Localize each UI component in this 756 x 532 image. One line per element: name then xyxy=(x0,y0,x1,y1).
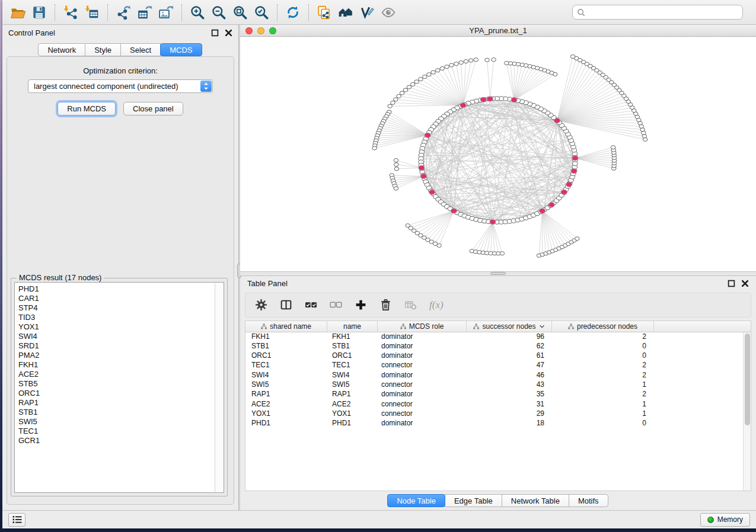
table-row[interactable]: FKH1FKH1dominator962 xyxy=(245,332,751,342)
mcds-result-item[interactable]: FKH1 xyxy=(18,360,224,370)
leaf-node[interactable] xyxy=(643,137,647,141)
leaf-node[interactable] xyxy=(394,187,398,190)
leaf-node[interactable] xyxy=(642,134,647,138)
leaf-node[interactable] xyxy=(570,55,575,58)
float-panel-icon[interactable] xyxy=(211,29,219,37)
column-header-mcds-role[interactable]: MCDS role xyxy=(378,321,467,332)
leaf-node[interactable] xyxy=(464,60,468,63)
dominator-node[interactable] xyxy=(487,97,493,101)
deselect-all-icon[interactable] xyxy=(330,299,342,311)
tab-node-table[interactable]: Node Table xyxy=(387,494,445,507)
mcds-result-item[interactable]: PHD1 xyxy=(18,284,224,294)
zoom-out-button[interactable] xyxy=(208,2,229,23)
export-network-button[interactable] xyxy=(113,2,134,23)
close-table-panel-icon[interactable] xyxy=(741,280,749,287)
dominator-node[interactable] xyxy=(571,169,577,174)
horizontal-splitter-handle[interactable] xyxy=(490,272,506,275)
dominator-node[interactable] xyxy=(451,209,457,213)
leaf-node[interactable] xyxy=(403,88,408,92)
mcds-result-list[interactable]: PHD1CAR1STP4TID3YOX1SWI4SRD1PMA2FKH1ACE2… xyxy=(14,282,224,493)
leaf-node[interactable] xyxy=(394,167,399,171)
dominator-node[interactable] xyxy=(480,97,486,102)
run-mcds-button[interactable]: Run MCDS xyxy=(58,102,116,116)
import-table-button[interactable] xyxy=(81,2,103,23)
tab-motifs[interactable]: Motifs xyxy=(569,494,608,507)
table-row[interactable]: PHD1PHD1dominator180 xyxy=(245,419,751,428)
zoom-selected-button[interactable] xyxy=(251,2,272,23)
leaf-node[interactable] xyxy=(435,69,440,72)
table-row[interactable]: YOX1YOX1connector291 xyxy=(245,409,751,419)
create-column-plus-icon[interactable] xyxy=(355,299,367,311)
mcds-result-item[interactable]: SWI4 xyxy=(18,332,224,341)
tab-edge-table[interactable]: Edge Table xyxy=(445,494,502,507)
mcds-result-item[interactable]: PMA2 xyxy=(18,351,224,360)
tab-mcds[interactable]: MCDS xyxy=(160,43,202,56)
leaf-node[interactable] xyxy=(575,237,580,241)
import-network-button[interactable] xyxy=(60,2,81,23)
table-row[interactable]: ORC1ORC1dominator610 xyxy=(245,351,751,361)
export-table-button[interactable] xyxy=(134,2,155,23)
leaf-node[interactable] xyxy=(394,163,398,166)
style-validator-button[interactable] xyxy=(356,2,378,23)
save-session-button[interactable] xyxy=(28,2,50,23)
table-scrollbar-thumb[interactable] xyxy=(745,334,750,425)
apply-layout-button[interactable] xyxy=(282,2,304,23)
show-columns-icon[interactable] xyxy=(280,299,292,311)
tab-network[interactable]: Network xyxy=(38,43,85,56)
column-header-predecessor-nodes[interactable]: predecessor nodes xyxy=(552,321,654,332)
leaf-node[interactable] xyxy=(431,70,436,74)
leaf-node[interactable] xyxy=(372,146,377,150)
delete-trash-icon[interactable] xyxy=(379,299,392,311)
dominator-node[interactable] xyxy=(572,156,578,161)
column-header-name[interactable]: name xyxy=(327,321,378,332)
leaf-node[interactable] xyxy=(394,159,398,162)
leaf-node[interactable] xyxy=(394,98,398,101)
graphics-details-button[interactable] xyxy=(378,2,399,23)
mcds-result-item[interactable]: SWI5 xyxy=(18,417,224,427)
network-graph[interactable] xyxy=(240,37,756,271)
dominator-node[interactable] xyxy=(561,190,567,194)
leaf-node[interactable] xyxy=(500,252,505,255)
mcds-result-item[interactable]: YOX1 xyxy=(18,322,224,332)
dominator-node[interactable] xyxy=(425,133,430,137)
leaf-node[interactable] xyxy=(400,91,404,95)
leaf-node[interactable] xyxy=(410,82,415,86)
dominator-node[interactable] xyxy=(540,209,546,213)
zoom-fit-button[interactable] xyxy=(229,2,251,23)
leaf-node[interactable] xyxy=(445,65,449,69)
task-history-button[interactable] xyxy=(8,513,25,527)
criterion-dropdown[interactable]: largest connected component (undirected) xyxy=(28,79,213,93)
window-close-traffic-light[interactable] xyxy=(245,27,253,34)
mcds-result-item[interactable]: STB1 xyxy=(18,408,224,417)
table-settings-gear-icon[interactable] xyxy=(255,299,267,311)
leaf-node[interactable] xyxy=(468,59,473,62)
search-input[interactable] xyxy=(588,8,738,17)
dominator-node[interactable] xyxy=(554,118,560,123)
table-row[interactable]: STB1STB1dominator620 xyxy=(245,342,751,351)
mcds-list-scrollbar[interactable] xyxy=(215,283,223,492)
dominator-node[interactable] xyxy=(460,103,466,108)
close-panel-button[interactable]: Close panel xyxy=(123,102,183,116)
network-window-titlebar[interactable]: YPA_prune.txt_1 xyxy=(240,25,756,37)
column-header-successor-nodes[interactable]: successor nodes xyxy=(467,321,552,332)
table-row[interactable]: SWI4SWI4dominator462 xyxy=(245,371,751,380)
mcds-result-item[interactable]: TID3 xyxy=(18,313,224,322)
dominator-node[interactable] xyxy=(420,174,426,179)
mcds-result-item[interactable]: TEC1 xyxy=(18,427,224,436)
mcds-result-item[interactable]: STP4 xyxy=(18,303,224,313)
mcds-result-item[interactable]: CAR1 xyxy=(18,294,224,303)
leaf-node[interactable] xyxy=(474,58,479,62)
leaf-node[interactable] xyxy=(449,63,454,67)
mcds-result-item[interactable]: ACE2 xyxy=(18,370,224,379)
leaf-node[interactable] xyxy=(414,80,419,84)
mcds-result-item[interactable]: GCR1 xyxy=(18,436,224,446)
leaf-node[interactable] xyxy=(422,75,427,78)
leaf-node[interactable] xyxy=(642,131,646,134)
table-row[interactable]: RAP1RAP1dominator352 xyxy=(245,390,751,399)
new-network-from-selection-button[interactable] xyxy=(314,2,335,23)
network-overview-button[interactable] xyxy=(335,2,356,23)
dominator-node[interactable] xyxy=(429,190,435,194)
leaf-node[interactable] xyxy=(440,67,445,70)
table-body[interactable]: FKH1FKH1dominator962STB1STB1dominator620… xyxy=(245,332,751,491)
table-row[interactable]: TEC1TEC1connector472 xyxy=(245,361,751,370)
